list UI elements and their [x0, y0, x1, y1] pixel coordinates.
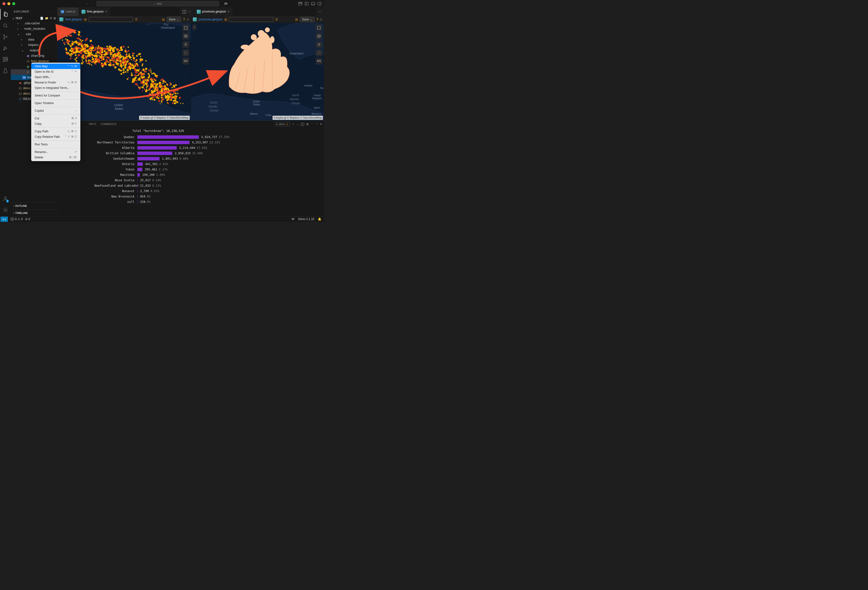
context-menu-item[interactable]: Open With... [31, 74, 80, 80]
chevron-down-icon[interactable]: ⌄ [12, 16, 15, 20]
map-draw-icon[interactable] [316, 49, 322, 56]
map-legend-icon[interactable] [316, 41, 322, 48]
context-menu-item[interactable]: Copy Path⌥ ⌘ C [31, 129, 80, 134]
split-editor-icon[interactable] [182, 10, 186, 14]
file-row[interactable]: ▣chart.png [11, 53, 57, 59]
maximize-panel-icon[interactable]: ⌃ [316, 122, 318, 126]
map-layers-icon[interactable] [182, 24, 189, 31]
more-actions-icon[interactable]: ⋯ [188, 10, 191, 14]
expand-panel-icon[interactable]: › [59, 24, 63, 30]
editor-tab[interactable]: provinces.geojson× [194, 7, 233, 16]
chevron-right-icon[interactable]: › [13, 204, 14, 208]
new-folder-icon[interactable]: 📁 [45, 16, 49, 20]
folder-row[interactable]: ›data [11, 37, 57, 42]
editor-tab[interactable]: fires.geojson× [79, 7, 110, 16]
status-bell-icon[interactable]: 🔔 [318, 217, 322, 221]
activity-extensions-icon[interactable] [0, 54, 11, 65]
nav-forward-icon[interactable]: → [91, 2, 94, 6]
help-icon[interactable]: ? [183, 18, 185, 22]
map-input[interactable] [89, 17, 133, 22]
map-input[interactable] [229, 17, 273, 22]
activity-explorer-icon[interactable] [0, 9, 11, 20]
close-tab-icon[interactable]: × [105, 9, 107, 14]
panel-tab-comments[interactable]: COMMENTS [101, 122, 117, 126]
folder-row[interactable]: ⌄output [11, 48, 57, 53]
layout-customize-icon[interactable] [298, 2, 302, 6]
context-menu-item[interactable]: Reveal in Finder⌥ ⌘ R [31, 80, 80, 85]
chevron-down-icon[interactable]: ⌄ [297, 122, 299, 126]
status-ports[interactable]: ⊘ 0 [25, 217, 30, 221]
nav-back-icon[interactable]: ← [86, 2, 89, 6]
help-icon[interactable]: ? [316, 18, 318, 22]
context-menu-item[interactable]: Cut⌘ X [31, 116, 80, 121]
trash-icon[interactable]: 🗑 [306, 122, 309, 126]
list-icon[interactable]: ☰ [135, 18, 137, 22]
map-locale-button[interactable]: EN [182, 58, 189, 65]
map-3d-icon[interactable] [316, 32, 322, 40]
context-menu-item[interactable]: Rename...⏎ [31, 149, 80, 155]
context-menu-item[interactable]: Select for Compare [31, 93, 80, 98]
folder-row[interactable]: ›node_modules [11, 26, 57, 31]
print-icon[interactable]: ⎙ [187, 18, 189, 22]
context-menu-item[interactable]: Copy⌘ C [31, 121, 80, 127]
refresh-icon[interactable]: ⟳ [50, 16, 52, 20]
more-actions-icon[interactable]: ⋯ [311, 122, 314, 126]
panel-tab-ports[interactable]: ORTS [89, 122, 96, 126]
toggle-secondary-sidebar-icon[interactable] [317, 2, 322, 6]
layer-icon[interactable]: ▤ [84, 18, 87, 22]
command-center[interactable]: ⌕ test [96, 1, 219, 6]
folder-row[interactable]: ›helpers [11, 42, 57, 48]
context-menu-item[interactable]: Open Timeline [31, 100, 80, 106]
save-button[interactable]: Save⌄ [300, 17, 314, 22]
file-link[interactable]: provinces.geojson [199, 18, 223, 22]
status-copilot-icon[interactable] [291, 217, 295, 221]
layer-palette-icon[interactable]: ▤ [162, 18, 165, 22]
activity-account-icon[interactable]: 1 [0, 193, 11, 204]
remote-indicator[interactable] [0, 217, 8, 222]
more-actions-icon[interactable]: ⋯ [319, 10, 322, 14]
chevron-right-icon[interactable]: › [13, 211, 14, 215]
save-button[interactable]: Save⌄ [167, 17, 181, 22]
context-menu-item[interactable]: Delete⌘ ⌫ [31, 155, 80, 160]
map-3d-icon[interactable] [182, 32, 189, 40]
layer-icon[interactable]: ▤ [224, 18, 227, 22]
context-menu-item[interactable]: Copilot› [31, 108, 80, 114]
context-menu-item[interactable]: View Map⌃ ⌥ M [31, 63, 80, 69]
file-link[interactable]: fires.geojson [65, 18, 82, 22]
split-terminal-icon[interactable] [301, 122, 304, 126]
map-locale-button[interactable]: EN [316, 58, 322, 65]
context-menu-item[interactable]: Run Tests [31, 142, 80, 147]
collapse-all-icon[interactable]: ⊟ [53, 16, 56, 20]
layer-palette-icon[interactable]: ▤ [295, 18, 298, 22]
activity-debug-icon[interactable] [0, 43, 11, 53]
context-menu-item[interactable]: Copy Relative Path⌃ ⇧ ⌘ C [31, 134, 80, 140]
folder-row[interactable]: ›.sda-cache [11, 21, 57, 26]
context-menu-item[interactable]: Open to the Si⌃ ⏎ [31, 69, 80, 74]
close-window-icon[interactable] [3, 2, 5, 5]
close-panel-icon[interactable]: ✕ [320, 122, 322, 126]
status-problems[interactable]: ✕ 0 ⚠ 0 [10, 217, 23, 221]
list-icon[interactable]: ☰ [275, 18, 278, 22]
copilot-icon[interactable] [224, 1, 228, 6]
new-terminal-icon[interactable]: ＋ [292, 122, 295, 126]
new-file-icon[interactable]: 📄 [40, 16, 43, 20]
explorer-menu-icon[interactable]: ⋯ [52, 10, 54, 13]
activity-testing-icon[interactable] [0, 65, 11, 76]
terminal-profile[interactable]: ▸deno⚠ [275, 122, 290, 127]
close-tab-icon[interactable]: × [227, 9, 229, 14]
editor-tab[interactable]: TSmain.ts [58, 7, 79, 16]
activity-search-icon[interactable] [0, 20, 11, 31]
map-layers-icon[interactable] [316, 24, 322, 31]
toggle-panel-icon[interactable] [311, 2, 315, 6]
terminal-output[interactable]: Total "burntArea": 18,238,520 Quebec5,02… [58, 128, 324, 217]
map-legend-icon[interactable] [182, 41, 189, 48]
minimize-window-icon[interactable] [7, 2, 10, 5]
status-runtime[interactable]: Deno 2.1.10 [298, 217, 314, 221]
activity-settings-icon[interactable] [0, 205, 11, 215]
map-canvas-provinces[interactable]: › EN [191, 23, 324, 121]
activity-scm-icon[interactable] [0, 31, 11, 42]
print-icon[interactable]: ⎙ [320, 18, 322, 22]
map-draw-icon[interactable] [182, 49, 189, 56]
context-menu-item[interactable]: Open in Integrated Termi... [31, 85, 80, 91]
toggle-sidebar-icon[interactable] [305, 2, 309, 6]
